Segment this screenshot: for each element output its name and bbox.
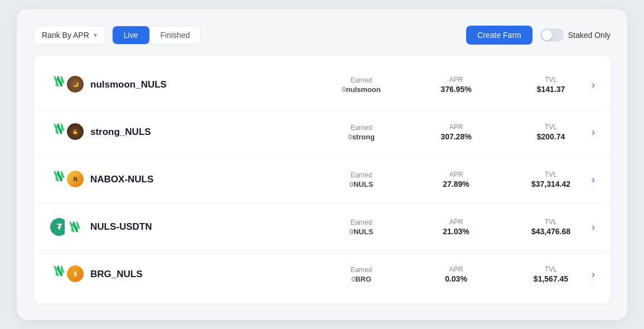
tvl-label: TVL (545, 76, 557, 84)
token-secondary-icon: ₿ (66, 264, 85, 283)
staked-only-label: Staked Only (568, 31, 611, 40)
apr-value: 307.28% (440, 132, 471, 141)
apr-value: 376.95% (440, 85, 471, 94)
tab-live[interactable]: Live (113, 26, 149, 44)
tvl-value: $43,476.68 (531, 227, 570, 236)
table-row[interactable]: N N NABOX-NULS Earned 0NULS APR 27.89% (33, 156, 611, 204)
apr-block: APR 21.03% (431, 218, 481, 236)
apr-block: APR 376.95% (431, 76, 481, 94)
farm-icons: ₮ N (49, 214, 85, 240)
earned-label: Earned (351, 219, 372, 226)
chevron-right-icon: › (592, 269, 595, 280)
apr-label: APR (449, 265, 463, 273)
chevron-right-icon: › (592, 174, 595, 186)
farm-name: NULS-USDTN (90, 221, 191, 233)
apr-block: APR 27.89% (431, 171, 481, 188)
earned-block: Earned 0strong (336, 124, 386, 141)
table-row[interactable]: N 💪 strong_NULS Earned 0strong APR 307 (33, 109, 611, 156)
table-row[interactable]: ₮ N NULS-USDTN Earned 0NULS (33, 204, 611, 251)
farm-name: NABOX-NULS (90, 174, 191, 185)
staked-only-toggle-container: Staked Only (540, 28, 611, 42)
earned-block: Earned 0BRG (336, 266, 386, 283)
earned-value: 0nulsmoon (342, 85, 380, 94)
earned-value: 0NULS (350, 228, 374, 236)
apr-value: 0.03% (445, 274, 467, 283)
toolbar-right: Create Farm Staked Only (466, 26, 611, 45)
earned-value: 0NULS (350, 180, 374, 188)
farm-name: BRG_NULS (90, 269, 191, 280)
tvl-block: TVL $141.37 (526, 76, 576, 94)
apr-value: 21.03% (443, 227, 469, 236)
tvl-label: TVL (545, 123, 557, 131)
tvl-value: $200.74 (537, 132, 565, 141)
rank-label: Rank By APR (42, 31, 89, 40)
chevron-right-icon: › (592, 221, 595, 233)
earned-label: Earned (351, 266, 372, 274)
farm-icons: N ₿ (49, 261, 85, 288)
token-secondary-icon: N (66, 170, 85, 188)
staked-only-toggle[interactable] (540, 28, 564, 42)
farm-name: strong_NULS (90, 127, 191, 138)
apr-label: APR (449, 123, 463, 131)
rank-select[interactable]: Rank By APR ▾ (33, 26, 105, 45)
farm-stats: Earned 0NULS APR 27.89% TVL $37,314.42 (336, 171, 576, 188)
apr-label: APR (449, 171, 463, 178)
apr-label: APR (449, 76, 463, 84)
chevron-right-icon: › (592, 79, 595, 91)
tvl-label: TVL (545, 171, 557, 178)
farm-stats: Earned 0NULS APR 21.03% TVL $43,476.68 (336, 218, 576, 236)
earned-value: 0strong (348, 133, 375, 141)
farm-icons: N 💪 (49, 119, 85, 146)
farm-icons: N N (49, 166, 85, 193)
farm-stats: Earned 0nulsmoon APR 376.95% TVL $141.37 (336, 76, 576, 94)
earned-label: Earned (351, 171, 372, 179)
apr-label: APR (449, 218, 463, 226)
farm-icons: N 🌙 (49, 71, 85, 98)
tvl-block: TVL $200.74 (526, 123, 576, 141)
table-row[interactable]: N 🌙 nulsmoon_NULS Earned 0nulsmoon APR (33, 61, 611, 109)
farm-stats: Earned 0BRG APR 0.03% TVL $1,567.45 (336, 265, 576, 283)
tvl-label: TVL (545, 218, 557, 226)
toolbar: Rank By APR ▾ Live Finished Create Farm … (33, 26, 611, 45)
apr-block: APR 0.03% (431, 265, 481, 283)
earned-label: Earned (351, 124, 372, 132)
tvl-block: TVL $43,476.68 (526, 218, 576, 236)
farm-list: N 🌙 nulsmoon_NULS Earned 0nulsmoon APR (33, 56, 611, 303)
nuls-icon: N (65, 217, 85, 237)
token-secondary-icon: 🌙 (66, 75, 85, 94)
tab-finished[interactable]: Finished (149, 26, 201, 44)
app-container: Rank By APR ▾ Live Finished Create Farm … (17, 9, 627, 320)
earned-block: Earned 0NULS (336, 219, 386, 236)
create-farm-button[interactable]: Create Farm (466, 26, 532, 45)
apr-block: APR 307.28% (431, 123, 481, 141)
tvl-block: TVL $1,567.45 (526, 265, 576, 283)
earned-block: Earned 0nulsmoon (336, 76, 386, 94)
tab-group: Live Finished (112, 26, 202, 45)
token-secondary-icon: 💪 (66, 122, 85, 141)
earned-block: Earned 0NULS (336, 171, 386, 188)
tvl-block: TVL $37,314.42 (526, 171, 576, 188)
table-row[interactable]: N ₿ BRG_NULS Earned 0BRG APR 0.03% (33, 251, 611, 298)
apr-value: 27.89% (443, 180, 469, 188)
farm-stats: Earned 0strong APR 307.28% TVL $200.74 (336, 123, 576, 141)
tvl-value: $141.37 (537, 85, 565, 94)
earned-label: Earned (351, 76, 372, 84)
tvl-value: $1,567.45 (534, 274, 568, 283)
earned-value: 0BRG (351, 275, 371, 283)
chevron-down-icon: ▾ (94, 31, 97, 39)
chevron-right-icon: › (592, 127, 595, 138)
tvl-value: $37,314.42 (531, 180, 570, 188)
tvl-label: TVL (545, 265, 557, 273)
farm-name: nulsmoon_NULS (90, 79, 191, 90)
